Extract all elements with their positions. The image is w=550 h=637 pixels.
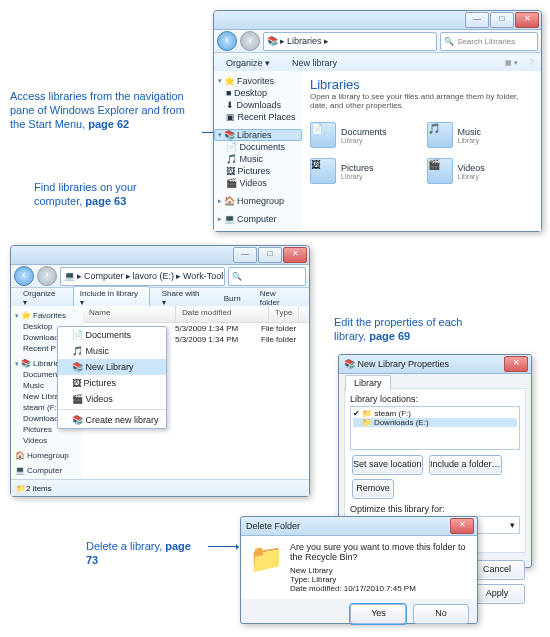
drop-item[interactable]: 📄 Documents <box>58 327 166 343</box>
locations-label: Library locations: <box>350 394 520 404</box>
search-input[interactable]: 🔍Search Libraries <box>440 32 538 51</box>
nav-item[interactable]: 🎵 Music <box>214 153 302 165</box>
nav-favorites[interactable]: ▾⭐ Favorites <box>214 75 302 87</box>
library-item-videos[interactable]: 🎬VideosLibrary <box>425 156 536 186</box>
min-button[interactable]: — <box>465 12 489 28</box>
back-button[interactable]: ‹ <box>217 31 237 51</box>
optimize-label: Optimize this library for: <box>350 504 520 514</box>
content-subheader: Open a library to see your files and arr… <box>302 92 541 114</box>
breadcrumb[interactable]: 📚▸Libraries▸ <box>263 32 437 51</box>
drop-item[interactable]: 🎬 Videos <box>58 391 166 407</box>
yes-button[interactable]: Yes <box>350 604 406 624</box>
nav-item[interactable]: ⬇ Downloads <box>214 99 302 111</box>
new-library-button[interactable]: New library <box>285 55 344 71</box>
explorer-libraries-window: —□✕ ‹ › 📚▸Libraries▸ 🔍Search Libraries O… <box>213 10 542 232</box>
nav-pane: ▾⭐ Favorites ■ Desktop ⬇ Downloads ▣ Rec… <box>214 71 303 231</box>
nav-favorites[interactable]: ▾⭐ Favorites <box>11 310 83 321</box>
content-pane: Libraries Open a library to see your fil… <box>302 71 541 231</box>
breadcrumb[interactable]: 💻▸Computer▸lavoro (E:)▸Work-Tools▸ <box>60 267 225 286</box>
delete-question: Are you sure you want to move this folde… <box>290 542 469 562</box>
nav-libraries[interactable]: ▾📚 Libraries <box>214 129 302 141</box>
leader <box>208 546 238 547</box>
drop-create-new[interactable]: 📚 Create new library <box>58 412 166 428</box>
dialog-titlebar[interactable]: 📚 New Library Properties✕ <box>339 355 531 374</box>
nav-homegroup[interactable]: 🏠 Homegroup <box>11 450 83 461</box>
status-bar: 📁 2 items <box>11 479 309 496</box>
delete-folder-dialog: Delete Folder✕ 📁 Are you sure you want t… <box>240 516 478 624</box>
close-button[interactable]: ✕ <box>450 518 474 534</box>
drop-item-selected[interactable]: 📚 New Library <box>58 359 166 375</box>
nav-item[interactable]: 🎬 Videos <box>214 177 302 189</box>
burn-button[interactable]: Burn <box>217 291 248 306</box>
nav-homegroup[interactable]: ▸🏠 Homegroup <box>214 195 302 207</box>
view-icon[interactable]: ▦ ▾ <box>504 59 518 67</box>
forward-button[interactable]: › <box>240 31 260 51</box>
close-button[interactable]: ✕ <box>283 247 307 263</box>
remove-button[interactable]: Remove <box>352 479 394 499</box>
delete-info: New LibraryType: LibraryDate modified: 1… <box>290 566 469 593</box>
min-button[interactable]: — <box>233 247 257 263</box>
nav-item[interactable]: Videos <box>11 435 83 446</box>
nav-computer[interactable]: ▸💻 Computer <box>214 213 302 225</box>
drop-item[interactable]: 🎵 Music <box>58 343 166 359</box>
organize-button[interactable]: Organize ▾ <box>219 55 277 71</box>
explorer-folder-window: —□✕ ‹ › 💻▸Computer▸lavoro (E:)▸Work-Tool… <box>10 245 310 497</box>
help-icon[interactable]: ❔ <box>526 59 536 67</box>
callout-delete: Delete a library, page 73 <box>86 540 206 568</box>
nav-item[interactable]: 📄 Documents <box>214 141 302 153</box>
include-folder-button[interactable]: Include a folder… <box>429 455 502 475</box>
close-button[interactable]: ✕ <box>515 12 539 28</box>
close-button[interactable]: ✕ <box>504 356 528 372</box>
nav-item[interactable]: ▣ Recent Places <box>214 111 302 123</box>
back-button[interactable]: ‹ <box>14 266 34 286</box>
titlebar[interactable]: —□✕ <box>214 11 541 30</box>
tab-library[interactable]: Library <box>345 375 391 391</box>
folder-icon: 📁 <box>249 542 284 593</box>
list-header[interactable]: NameDate modifiedType <box>83 306 309 323</box>
library-item-documents[interactable]: 📄DocumentsLibrary <box>308 120 419 150</box>
callout-access: Access libraries from the navigation pan… <box>10 90 200 131</box>
titlebar[interactable]: —□✕ <box>11 246 309 265</box>
library-item-music[interactable]: 🎵MusicLibrary <box>425 120 536 150</box>
callout-edit: Edit the properties of each library, pag… <box>334 316 494 344</box>
address-bar: ‹ › 📚▸Libraries▸ 🔍Search Libraries <box>214 30 541 53</box>
no-button[interactable]: No <box>413 604 469 624</box>
include-dropdown: 📄 Documents 🎵 Music 📚 New Library 🖼 Pict… <box>57 326 167 429</box>
max-button[interactable]: □ <box>490 12 514 28</box>
dialog-titlebar[interactable]: Delete Folder✕ <box>241 517 477 536</box>
library-item-pictures[interactable]: 🖼PicturesLibrary <box>308 156 419 186</box>
max-button[interactable]: □ <box>258 247 282 263</box>
nav-computer[interactable]: 💻 Computer <box>11 465 83 476</box>
set-save-location-button[interactable]: Set save location <box>352 455 423 475</box>
content-header: Libraries <box>302 71 541 92</box>
locations-list[interactable]: ✔ 📁 steam (F:) 📁 Downloads (E:) <box>350 406 520 450</box>
address-bar: ‹ › 💻▸Computer▸lavoro (E:)▸Work-Tools▸ 🔍 <box>11 265 309 288</box>
drop-item[interactable]: 🖼 Pictures <box>58 375 166 391</box>
forward-button[interactable]: › <box>37 266 57 286</box>
search-input[interactable]: 🔍 <box>228 267 306 286</box>
nav-item[interactable]: ■ Desktop <box>214 87 302 99</box>
nav-item[interactable]: 🖼 Pictures <box>214 165 302 177</box>
callout-find: Find libraries on your computer, page 63 <box>34 181 184 209</box>
